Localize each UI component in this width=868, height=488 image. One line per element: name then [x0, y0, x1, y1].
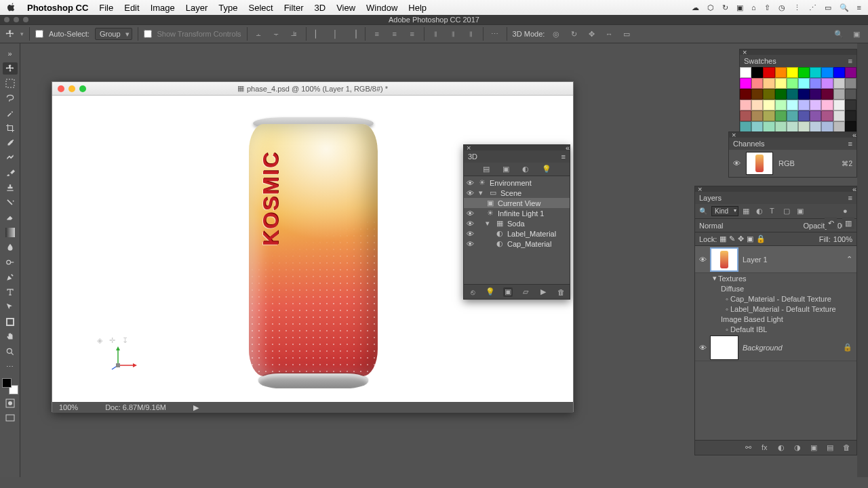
swatch[interactable] [740, 67, 751, 78]
swatch[interactable] [798, 121, 810, 132]
shape-tool[interactable] [3, 316, 18, 328]
filter-scene-icon[interactable]: ▤ [483, 165, 492, 174]
bulb-icon[interactable]: 💡 [486, 287, 495, 297]
swatch[interactable] [798, 89, 810, 100]
menu-view[interactable]: View [336, 3, 355, 13]
swatch[interactable] [821, 100, 833, 110]
zoom-readout[interactable]: 100% [59, 403, 78, 411]
status-arrow-icon[interactable]: ▶ [193, 403, 199, 412]
cap-texture[interactable]: ◦Cap_Material - Default Texture [695, 293, 856, 304]
swatch[interactable] [740, 89, 751, 100]
heal-tool[interactable] [3, 152, 18, 164]
swatch[interactable] [810, 89, 821, 100]
eye-icon[interactable]: 👁 [464, 209, 476, 218]
disclosure-icon[interactable]: ▾ [483, 219, 492, 228]
eye-icon[interactable]: 👁 [733, 159, 741, 167]
swatch[interactable] [751, 110, 763, 121]
stamp-tool[interactable] [3, 182, 18, 194]
3d-item-light[interactable]: 👁☀Infinite Light 1 [464, 208, 570, 218]
layers-title[interactable]: Layers [699, 194, 722, 202]
swatch[interactable] [845, 110, 856, 121]
menu-file[interactable]: File [99, 3, 113, 13]
filter-smart-icon[interactable]: ▣ [797, 207, 806, 216]
eye-icon[interactable]: 👁 [464, 189, 476, 197]
swatch[interactable] [810, 78, 821, 89]
dist-vcenter-icon[interactable]: ≡ [389, 28, 401, 40]
filter-material-icon[interactable]: ◐ [522, 165, 531, 174]
history-dock-icon[interactable]: ↶ [825, 217, 837, 229]
swatch[interactable] [740, 110, 751, 121]
menu-help[interactable]: Help [408, 3, 427, 13]
textures-group[interactable]: ▾Textures [695, 273, 856, 283]
dist-hcenter-icon[interactable]: ⦀ [448, 28, 460, 40]
swatch[interactable] [740, 78, 751, 89]
3d-item-environment[interactable]: 👁☀Environment [464, 178, 570, 188]
brush-tool[interactable] [3, 167, 18, 179]
disclosure-icon[interactable]: ▾ [476, 188, 486, 197]
lock-artboard-icon[interactable]: ▣ [747, 235, 753, 243]
screenmode-tool[interactable] [3, 412, 18, 424]
swatch[interactable] [810, 67, 821, 78]
eye-icon[interactable]: 👁 [695, 256, 710, 264]
menu-image[interactable]: Image [151, 3, 175, 13]
eye-icon[interactable]: 👁 [464, 240, 476, 248]
lasso-tool[interactable] [3, 92, 18, 104]
panel-collapse-icon[interactable]: « [852, 131, 856, 139]
eraser-tool[interactable] [3, 211, 18, 224]
lock-all-icon[interactable]: 🔒 [756, 235, 766, 243]
3d-slide-icon[interactable]: ↔ [603, 28, 615, 40]
swatch[interactable] [787, 110, 798, 121]
filter-adjust-icon[interactable]: ◐ [756, 207, 766, 216]
swatch[interactable] [751, 78, 763, 89]
menu-type[interactable]: Type [218, 3, 237, 13]
lock-trans-icon[interactable]: ▦ [719, 235, 726, 243]
eye-icon[interactable]: 👁 [464, 179, 476, 187]
swatch[interactable] [787, 121, 798, 132]
menu-filter[interactable]: Filter [284, 3, 304, 13]
swatch[interactable] [798, 67, 810, 78]
swatch[interactable] [775, 78, 787, 89]
swatch[interactable] [845, 100, 856, 110]
diffuse-group[interactable]: Diffuse [695, 283, 856, 293]
swatch[interactable] [833, 78, 845, 89]
apple-icon[interactable] [7, 3, 16, 12]
swatch[interactable] [833, 121, 845, 132]
eye-icon[interactable]: 👁 [695, 344, 710, 352]
3d-item-scene[interactable]: 👁▾▭Scene [464, 188, 570, 198]
minimize-icon[interactable] [68, 85, 75, 92]
channel-rgb[interactable]: 👁 RGB ⌘2 [729, 150, 856, 177]
panel-close-icon[interactable]: × [743, 48, 747, 56]
scale-handle-icon[interactable]: ↧ [122, 336, 128, 345]
filter-mesh-icon[interactable]: ▣ [502, 165, 511, 174]
swatch[interactable] [763, 110, 774, 121]
new-layer-icon[interactable]: ▤ [827, 443, 836, 453]
more-icon[interactable]: ⋯ [489, 28, 501, 40]
label-texture[interactable]: ◦Label_Material - Default Texture [695, 304, 856, 314]
swatch[interactable] [810, 121, 821, 132]
box-icon[interactable]: ▣ [736, 3, 743, 12]
group-icon[interactable]: ▣ [810, 443, 820, 453]
mask-icon[interactable]: ◐ [778, 443, 787, 453]
swatch-grid[interactable] [740, 67, 856, 132]
panel-close-icon[interactable]: × [732, 131, 736, 139]
cloud-icon[interactable]: ☁ [692, 3, 699, 12]
transform-checkbox[interactable] [144, 30, 152, 38]
filter-toggle-icon[interactable]: ● [843, 207, 852, 216]
clock-icon[interactable]: ◷ [778, 3, 785, 12]
swatch[interactable] [763, 78, 774, 89]
wand-tool[interactable] [3, 107, 18, 119]
3d-handles[interactable]: ◈ ✛ ↧ [97, 336, 128, 345]
ibl-group[interactable]: Image Based Light [695, 314, 856, 324]
swatch[interactable] [751, 100, 763, 110]
search-icon[interactable]: 🔍 [833, 28, 845, 40]
swatch[interactable] [751, 67, 763, 78]
home-icon[interactable]: ⌂ [751, 3, 756, 12]
swatch[interactable] [763, 121, 774, 132]
battery-icon[interactable]: ▭ [825, 3, 831, 12]
filter-pixel-icon[interactable]: ▦ [743, 207, 752, 216]
swatch[interactable] [787, 89, 798, 100]
swatch[interactable] [775, 67, 787, 78]
render-icon[interactable]: ▶ [538, 287, 548, 297]
menu-window[interactable]: Window [366, 3, 397, 13]
sync-icon[interactable]: ↻ [722, 3, 728, 12]
